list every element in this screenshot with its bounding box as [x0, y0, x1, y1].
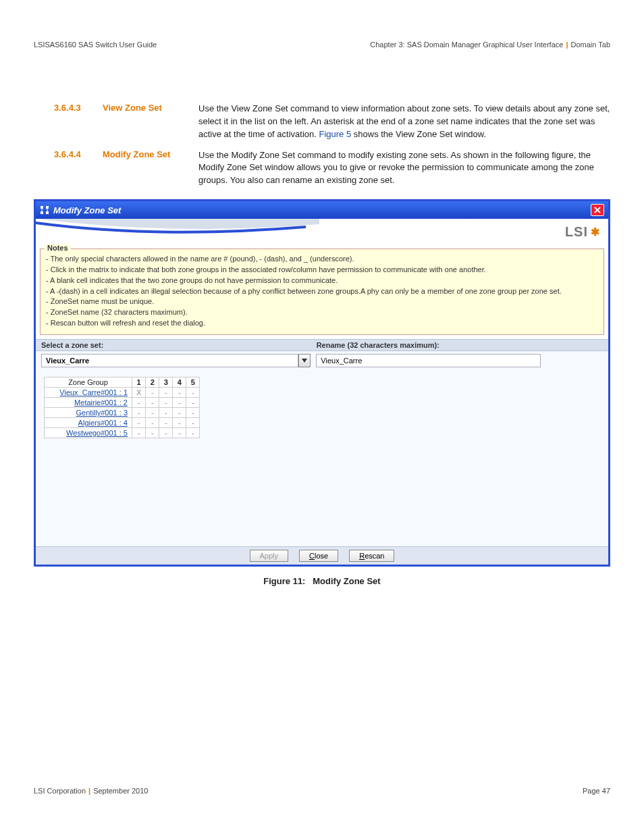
close-button[interactable] — [591, 204, 604, 216]
matrix-cell[interactable]: - — [186, 397, 200, 407]
dialog-title: Modify Zone Set — [53, 205, 121, 215]
matrix-cell[interactable]: - — [132, 427, 146, 438]
zone-group-link[interactable]: Metairie#001 : 2 — [74, 398, 128, 407]
page-footer: LSI Corporation|September 2010 Page 47 — [34, 787, 610, 795]
notes-panel: Notes - The only special characters allo… — [40, 249, 604, 335]
rename-label: Rename (32 characters maximum): — [317, 341, 603, 349]
dialog-banner: LSI ✱ — [36, 219, 608, 246]
select-label: Select a zone set: — [41, 341, 317, 349]
notes-legend: Notes — [45, 244, 71, 252]
matrix-col-header: 5 — [186, 377, 200, 387]
matrix-cell[interactable]: - — [159, 387, 173, 397]
rename-input[interactable] — [316, 354, 541, 367]
matrix-cell[interactable]: - — [173, 417, 186, 427]
figure-link[interactable]: Figure 5 — [319, 129, 351, 139]
close-dialog-button[interactable]: Close — [299, 550, 338, 562]
matrix-cell[interactable]: - — [146, 427, 159, 438]
zone-group-link[interactable]: Algiers#001 : 4 — [78, 419, 128, 427]
matrix-col-header: 4 — [173, 377, 186, 387]
section-number: 3.6.4.3 — [54, 103, 95, 141]
fields-header: Select a zone set: Rename (32 characters… — [36, 339, 608, 351]
notes-line: - A -(dash) in a cell indicates an illeg… — [46, 286, 598, 296]
zoneset-select[interactable] — [41, 354, 298, 367]
matrix-cell[interactable]: - — [186, 387, 200, 397]
matrix-cell[interactable]: - — [159, 417, 173, 427]
modify-zone-set-dialog: Modify Zone Set LSI ✱ Notes - The only — [34, 199, 610, 567]
dialog-button-bar: Apply Close Rescan — [36, 546, 608, 565]
svg-rect-2 — [41, 211, 43, 214]
matrix-cell[interactable]: - — [132, 407, 146, 417]
notes-line: - ZoneSet name (32 characters maximum). — [46, 307, 598, 317]
matrix-cell[interactable]: - — [173, 427, 186, 438]
matrix-col-header: 3 — [159, 377, 173, 387]
svg-marker-8 — [302, 359, 307, 363]
notes-line: - Rescan button will refresh and reset t… — [46, 318, 598, 328]
matrix-cell[interactable]: - — [146, 387, 159, 397]
matrix-cell[interactable]: - — [146, 417, 159, 427]
table-row: Gentilly#001 : 3----- — [45, 407, 200, 417]
matrix-header: Zone Group — [45, 377, 132, 387]
app-icon — [40, 205, 49, 215]
notes-line: - Click in the matrix to indicate that b… — [46, 265, 598, 275]
matrix-col-header: 2 — [146, 377, 159, 387]
table-row: Metairie#001 : 2----- — [45, 397, 200, 407]
table-row: Westwego#001 : 5----- — [45, 427, 200, 438]
table-row: Vieux_Carre#001 : 1X---- — [45, 387, 200, 397]
matrix-cell[interactable]: - — [186, 407, 200, 417]
svg-rect-3 — [46, 211, 49, 214]
header-left: LSISAS6160 SAS Switch User Guide — [34, 41, 157, 49]
matrix-cell[interactable]: - — [173, 397, 186, 407]
figure-caption: Figure 11: Modify Zone Set — [34, 576, 610, 586]
section-body: Use the View Zone Set command to view in… — [198, 103, 610, 141]
matrix-cell[interactable]: - — [146, 407, 159, 417]
dialog-titlebar: Modify Zone Set — [36, 201, 608, 219]
apply-button[interactable]: Apply — [250, 550, 289, 562]
section-number: 3.6.4.4 — [54, 149, 95, 188]
svg-rect-0 — [41, 206, 43, 209]
lsi-logo: LSI ✱ — [565, 224, 600, 240]
matrix-cell[interactable]: - — [132, 417, 146, 427]
svg-rect-1 — [46, 206, 49, 209]
notes-line: - A blank cell indicates that the two zo… — [46, 276, 598, 286]
header-right: Chapter 3: SAS Domain Manager Graphical … — [370, 41, 610, 49]
matrix-cell[interactable]: - — [146, 397, 159, 407]
section-title: View Zone Set — [103, 103, 190, 141]
matrix-cell[interactable]: - — [132, 397, 146, 407]
zone-matrix-area: Zone Group12345Vieux_Carre#001 : 1X----M… — [36, 370, 608, 546]
page-header: LSISAS6160 SAS Switch User Guide Chapter… — [34, 41, 610, 49]
dropdown-button[interactable] — [298, 354, 311, 367]
matrix-cell[interactable]: - — [186, 417, 200, 427]
matrix-cell[interactable]: X — [132, 387, 146, 397]
notes-line: - The only special characters allowed in… — [46, 254, 598, 264]
matrix-col-header: 1 — [132, 377, 146, 387]
matrix-cell[interactable]: - — [173, 387, 186, 397]
matrix-cell[interactable]: - — [159, 407, 173, 417]
zone-group-link[interactable]: Gentilly#001 : 3 — [76, 409, 128, 417]
zone-group-link[interactable]: Vieux_Carre#001 : 1 — [59, 388, 128, 396]
zone-matrix: Zone Group12345Vieux_Carre#001 : 1X----M… — [44, 377, 200, 438]
matrix-cell[interactable]: - — [159, 397, 173, 407]
section-body: Use the Modify Zone Set command to modif… — [198, 149, 610, 188]
notes-line: - ZoneSet name must be unique. — [46, 296, 598, 307]
section-title: Modify Zone Set — [103, 149, 190, 188]
zone-group-link[interactable]: Westwego#001 : 5 — [66, 429, 128, 437]
rescan-button[interactable]: Rescan — [349, 550, 394, 562]
logo-glyph-icon: ✱ — [591, 226, 600, 238]
matrix-cell[interactable]: - — [173, 407, 186, 417]
matrix-cell[interactable]: - — [186, 427, 200, 438]
table-row: Algiers#001 : 4----- — [45, 417, 200, 427]
matrix-cell[interactable]: - — [159, 427, 173, 438]
